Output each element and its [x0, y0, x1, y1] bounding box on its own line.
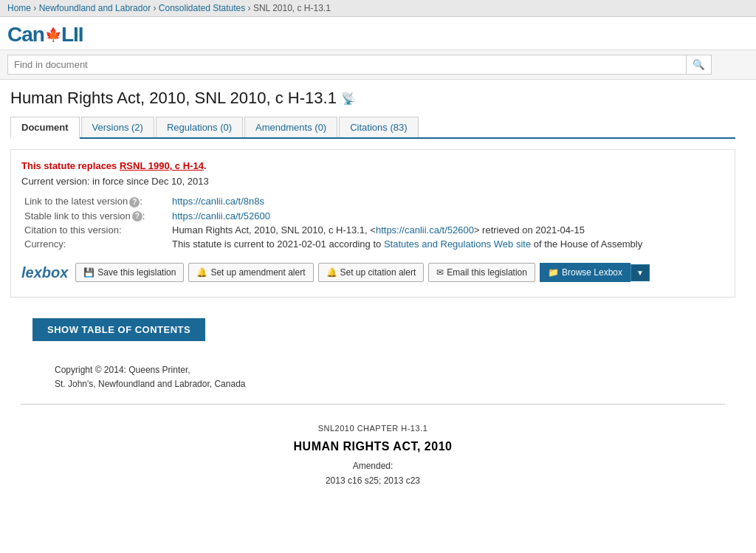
help-icon-stable[interactable]: ?: [132, 211, 142, 221]
nav-section[interactable]: Consolidated Statutes: [159, 3, 245, 13]
search-button[interactable]: 🔍: [687, 55, 712, 75]
citation-alert-label: Set up citation alert: [340, 267, 416, 278]
tab-regulations[interactable]: Regulations (0): [156, 117, 243, 137]
breadcrumb: Home › Newfoundland and Labrador › Conso…: [0, 0, 756, 17]
browse-lexbox-button[interactable]: 📁 Browse Lexbox: [540, 263, 630, 282]
site-logo[interactable]: Can🍁LII: [7, 23, 83, 47]
citation-link[interactable]: https://canlii.ca/t/52600: [376, 224, 474, 236]
meta-value-latest: https://canlii.ca/t/8n8s: [169, 194, 724, 209]
search-input[interactable]: [7, 55, 687, 75]
meta-value-stable: https://canlii.ca/t/52600: [169, 209, 724, 224]
tabs-container: Document Versions (2) Regulations (0) Am…: [10, 117, 735, 139]
meta-label-stable: Stable link to this version?:: [21, 209, 169, 224]
email-legislation-button[interactable]: ✉ Email this legislation: [428, 263, 535, 282]
browse-lexbox-label: Browse Lexbox: [562, 267, 622, 278]
statute-chapter: SNL2010 CHAPTER H-13.1: [21, 424, 725, 433]
save-icon: 💾: [83, 267, 94, 278]
main-content: Human Rights Act, 2010, SNL 2010, c H-13…: [0, 80, 746, 509]
copyright-line1: Copyright © 2014: Queens Printer,: [55, 363, 725, 377]
copyright-line2: St. John's, Newfoundland and Labrador, C…: [55, 377, 725, 391]
citation-alert-button[interactable]: 🔔 Set up citation alert: [318, 263, 425, 282]
page-title-text: Human Rights Act, 2010, SNL 2010, c H-13…: [10, 89, 337, 108]
tab-citations[interactable]: Citations (83): [339, 117, 418, 137]
meta-row-citation: Citation to this version: Human Rights A…: [21, 223, 724, 237]
toc-section: SHOW TABLE OF CONTENTS: [10, 306, 735, 356]
meta-value-citation: Human Rights Act, 2010, SNL 2010, c H-13…: [169, 223, 724, 237]
rss-icon[interactable]: 📡: [341, 92, 356, 106]
email-legislation-label: Email this legislation: [447, 267, 527, 278]
nav-province[interactable]: Newfoundland and Labrador: [39, 3, 151, 13]
email-icon: ✉: [436, 267, 444, 278]
statute-notice-link[interactable]: RSNL 1990, c H-14: [120, 160, 204, 171]
tab-versions[interactable]: Versions (2): [81, 117, 154, 137]
document-area: This statute replaces RSNL 1990, c H-14.…: [10, 149, 735, 298]
meta-row-stable: Stable link to this version?: https://ca…: [21, 209, 724, 224]
browse-lexbox-arrow[interactable]: ▼: [630, 264, 650, 281]
meta-label-latest: Link to the latest version?:: [21, 194, 169, 209]
copyright: Copyright © 2014: Queens Printer, St. Jo…: [55, 363, 725, 391]
tab-amendments[interactable]: Amendments (0): [244, 117, 337, 137]
amendment-alert-icon: 🔔: [196, 267, 207, 278]
logo-maple-leaf: 🍁: [45, 27, 61, 43]
amendment-alert-label: Set up amendment alert: [210, 267, 305, 278]
lexbox-bar: lexbox 💾 Save this legislation 🔔 Set up …: [21, 258, 724, 286]
show-toc-button[interactable]: SHOW TABLE OF CONTENTS: [32, 318, 205, 341]
search-bar: 🔍: [0, 50, 756, 80]
logo-lii: LII: [61, 23, 83, 47]
statute-amended-label: Amended:: [21, 461, 725, 471]
amendment-alert-button[interactable]: 🔔 Set up amendment alert: [188, 263, 313, 282]
browse-lexbox-dropdown: 📁 Browse Lexbox ▼: [540, 263, 650, 282]
nav-home[interactable]: Home: [7, 3, 31, 13]
tab-document[interactable]: Document: [10, 117, 80, 139]
statute-amended-list: 2013 c16 s25; 2013 c23: [21, 475, 725, 486]
statute-notice: This statute replaces RSNL 1990, c H-14.: [21, 160, 724, 171]
currency-link[interactable]: Statutes and Regulations Web site: [384, 238, 531, 250]
save-legislation-label: Save this legislation: [97, 267, 176, 278]
current-version-text: Current version: in force since Dec 10, …: [21, 176, 724, 187]
meta-row-currency: Currency: This statute is current to 202…: [21, 237, 724, 251]
logo-can: Can: [7, 23, 44, 47]
nav-current: SNL 2010, c H-13.1: [253, 3, 331, 13]
meta-value-currency: This statute is current to 2021-02-01 ac…: [169, 237, 724, 251]
meta-table: Link to the latest version?: https://can…: [21, 194, 724, 251]
statute-text: SNL2010 CHAPTER H-13.1 HUMAN RIGHTS ACT,…: [10, 416, 735, 501]
citation-alert-icon: 🔔: [326, 267, 337, 278]
meta-label-citation: Citation to this version:: [21, 223, 169, 237]
latest-version-link[interactable]: https://canlii.ca/t/8n8s: [172, 196, 264, 207]
section-divider: [21, 404, 725, 405]
lexbox-logo: lexbox: [21, 264, 68, 281]
meta-label-currency: Currency:: [21, 237, 169, 251]
header: Can🍁LII: [0, 17, 756, 50]
folder-icon: 📁: [548, 267, 559, 278]
help-icon-latest[interactable]: ?: [129, 197, 140, 207]
page-title: Human Rights Act, 2010, SNL 2010, c H-13…: [10, 89, 735, 108]
meta-row-latest: Link to the latest version?: https://can…: [21, 194, 724, 209]
statute-title: HUMAN RIGHTS ACT, 2010: [21, 440, 725, 453]
save-legislation-button[interactable]: 💾 Save this legislation: [75, 263, 184, 282]
stable-version-link[interactable]: https://canlii.ca/t/52600: [172, 210, 270, 221]
